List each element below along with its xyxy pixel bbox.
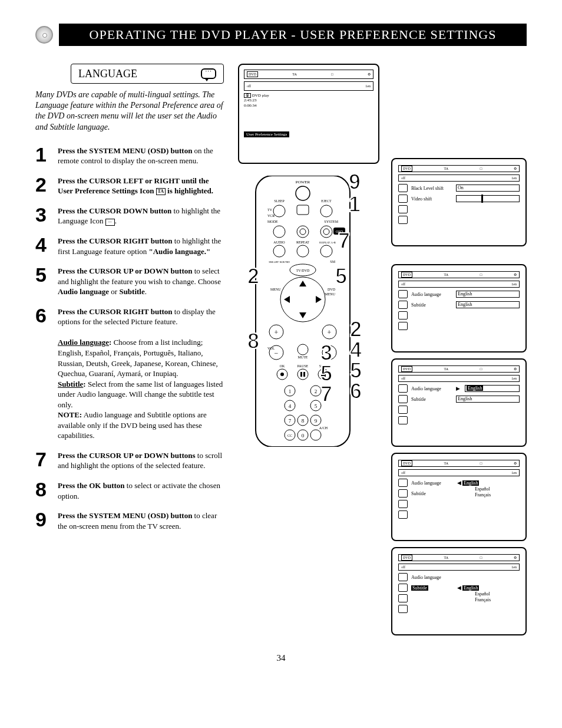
svg-text:SM: SM [330,260,335,263]
step-6: 6Press the CURSOR RIGHT button to displa… [35,305,224,441]
callout-2-left: 2 [247,264,259,289]
osd-slider [456,195,520,202]
osd-mini-topbar: DVDTA□⚙ [398,165,520,172]
osd-row [398,205,520,213]
osd-side-icon [398,384,408,393]
svg-text:REPEAT: REPEAT [296,241,309,244]
osd-panel-3: DVDTA□⚙off1enAudio language▶EnglishSubti… [391,358,527,447]
svg-text:1: 1 [289,388,292,394]
osd-row [398,510,520,519]
osd-side-icon [398,605,408,613]
osd-label: Audio language [411,292,452,297]
svg-text:4: 4 [289,403,292,409]
svg-text:9: 9 [315,418,318,424]
step-4: 4Press the CURSOR RIGHT button to highli… [35,235,224,256]
step-number: 5 [35,265,52,297]
osd-row: Audio language▶English [398,384,520,393]
osd-side-icon [398,311,408,319]
osd-row: SubtitleEnglish [398,301,520,309]
osd-value: On [456,185,520,192]
osd-value-stack: ◀EnglishEspañolFrançais [456,480,520,486]
osd-row [398,216,520,224]
osd-mini-status: off1en [398,375,520,382]
step-text: Press the CURSOR UP or DOWN button to se… [58,265,224,297]
section-label: LANGUAGE [78,68,137,80]
osd-label: Subtitle [411,585,452,591]
svg-text:MENU: MENU [270,288,281,291]
osd-side-icon [398,416,408,424]
svg-text:TV/DVD: TV/DVD [296,269,310,272]
osd-side-icon [398,573,408,581]
step-8: 8Press the OK button to select or activa… [35,479,224,501]
osd-mini-topbar: DVDTA□⚙ [398,271,520,278]
step-text: Press the CURSOR RIGHT button to highlig… [58,235,224,256]
osd-row [398,605,520,613]
osd-label: Black Level shift [411,186,452,191]
step-text: Press the CURSOR RIGHT button to display… [58,305,224,441]
svg-text:AUDIO: AUDIO [273,241,285,244]
page-number: 34 [35,653,527,663]
step-number: 3 [35,205,52,226]
osd-panel-2: DVDTA□⚙off1enAudio languageEnglishSubtit… [391,264,527,353]
chapter-header: OPERATING THE DVD PLAYER - USER PREFEREN… [35,24,527,46]
osd-row: Subtitle◀EnglishEspañolFrançais [398,584,520,592]
step-number: 9 [35,509,52,531]
svg-text:REPEAT A-B: REPEAT A-B [319,241,336,244]
callout-5: 5 [335,264,347,289]
osd-side-icon [398,184,408,192]
osd-row [398,416,520,424]
svg-text:CC: CC [287,434,292,437]
osd-panel-1: DVDTA□⚙off1enBlack Level shiftOnVideo sh… [391,158,527,246]
svg-text:DVD: DVD [328,288,336,291]
osd-side-icon [398,322,408,330]
svg-rect-55 [303,372,305,377]
osd-value: English [456,291,520,298]
osd-side-icon [398,500,408,508]
callout-7b: 7 [320,382,332,407]
osd-label: Subtitle [411,491,452,496]
svg-point-52 [280,373,284,376]
osd-label: Subtitle [411,302,452,308]
svg-rect-54 [300,372,302,377]
svg-text:SYSTEM: SYSTEM [324,220,338,223]
osd-mini-status: off1en [398,564,520,571]
svg-text:MUTE: MUTE [298,355,308,359]
svg-text:−: − [275,349,279,357]
callout-6: 6 [350,379,362,404]
osd-row: Audio language [398,573,520,581]
step-2: 2Press the CURSOR LEFT or RIGHT until th… [35,174,224,196]
step-7: 7Press the CURSOR UP or DOWN buttons to … [35,449,224,471]
osd-side-icon [398,301,408,309]
svg-text:EJECT: EJECT [321,199,332,203]
osd-row [398,322,520,330]
osd-label: Audio language [411,386,452,391]
instructions-column: LANGUAGE Many DVDs are capable of multi-… [35,64,224,630]
osd-row: Video shift [398,195,520,203]
osd-row: Audio language◀EnglishEspañolFrançais [398,479,520,487]
osd-panel-5: DVDTA□⚙off1enAudio languageSubtitle◀Engl… [391,547,527,635]
svg-text:0: 0 [302,433,305,439]
osd-mini-topbar: DVDTA□⚙ [398,554,520,561]
section-label-box: LANGUAGE [71,64,224,84]
svg-text:7: 7 [289,418,292,424]
osd-side-icon [398,510,408,519]
osd-value: English [456,396,520,403]
svg-text:SLEEP: SLEEP [274,199,285,203]
step-text: Press the CURSOR LEFT or RIGHT until the… [58,174,224,196]
osd-row [398,406,520,414]
chapter-title-text: OPERATING THE DVD PLAYER - USER PREFEREN… [90,27,497,42]
osd-side-icon [398,395,408,403]
osd-side-icon [398,584,408,592]
osd-side-icon [398,290,408,298]
remote-control-illustration: POWER SLEEP EJECT TV VCR MODE SYSTEM [244,176,362,447]
chapter-title: OPERATING THE DVD PLAYER - USER PREFEREN… [59,24,527,46]
osd-side-icon [398,195,408,203]
osd-value-stack: ◀EnglishEspañolFrançais [456,585,520,591]
svg-text:5: 5 [315,403,318,409]
svg-text:8: 8 [302,418,305,424]
osd-label: Audio language [411,575,452,580]
step-number: 1 [35,144,52,166]
osd-mini-status: off1en [398,281,520,288]
callout-1: 1 [349,192,361,217]
step-number: 4 [35,235,52,256]
